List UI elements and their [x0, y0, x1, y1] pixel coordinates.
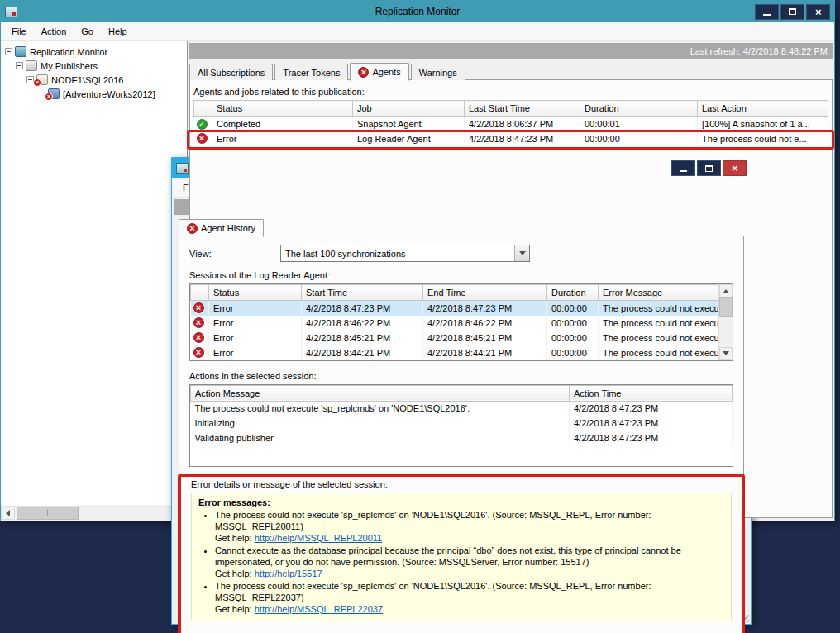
- tree-horizontal-scrollbar[interactable]: [1, 506, 187, 520]
- agents-table: Status Job Last Start Time Duration Last…: [193, 100, 828, 146]
- scroll-down-button[interactable]: [719, 347, 733, 360]
- status-icon-cell: [194, 117, 212, 131]
- column-header-error-message[interactable]: Error Message: [599, 285, 718, 301]
- tree-item-my-publishers[interactable]: My Publishers: [2, 59, 185, 73]
- session-row-2[interactable]: Error 4/2/2018 8:45:21 PM 4/2/2018 8:45:…: [191, 331, 718, 345]
- tree-expand-toggle[interactable]: [16, 62, 23, 69]
- column-header-last-action[interactable]: Last Action: [698, 101, 809, 117]
- cell-action-time: 4/2/2018 8:47:23 PM: [570, 401, 733, 416]
- status-icon-cell: [191, 316, 209, 331]
- cell-filler: [809, 117, 828, 131]
- publisher-tree: Replication Monitor My Publishers NODE1\…: [1, 41, 187, 104]
- action-row-2[interactable]: Validating publisher 4/2/2018 8:47:23 PM: [191, 431, 733, 445]
- column-header-icon[interactable]: [191, 285, 209, 301]
- column-header-status[interactable]: Status: [209, 285, 302, 301]
- error-message-item: The process could not execute 'sp_replcm…: [215, 580, 724, 615]
- error-badge-icon: [33, 79, 41, 87]
- cell-job: Snapshot Agent: [353, 117, 465, 131]
- status-icon-cell: [194, 131, 212, 146]
- sessions-scrollbar[interactable]: [718, 284, 733, 360]
- scroll-up-button[interactable]: [719, 284, 733, 297]
- dialog-minimize-button[interactable]: [671, 160, 695, 176]
- scrollbar-track[interactable]: [719, 297, 733, 347]
- menu-action[interactable]: Action: [34, 24, 74, 39]
- column-header-status[interactable]: Status: [212, 101, 353, 117]
- column-header-end-time[interactable]: End Time: [423, 285, 547, 301]
- tree-item-adventureworks2012[interactable]: [AdventureWorks2012]: [2, 87, 185, 101]
- tab-tracer-tokens[interactable]: Tracer Tokens: [274, 64, 348, 80]
- status-icon-cell: [191, 301, 209, 316]
- publication-error-icon: [48, 88, 60, 99]
- dropdown-arrow-button[interactable]: [514, 245, 529, 261]
- cell-error-message: The process could not execute '...: [599, 331, 718, 345]
- menu-go[interactable]: Go: [74, 24, 101, 39]
- get-help-label: Get help:: [215, 569, 255, 578]
- dialog-tabstrip: Agent History: [179, 219, 751, 236]
- column-header-action-message[interactable]: Action Message: [191, 385, 570, 401]
- status-icon-cell: [191, 331, 209, 345]
- agent-history-tabpage: View: The last 100 synchronizations Sess…: [179, 236, 744, 633]
- cell-error-message: The process could not execute '...: [599, 316, 718, 331]
- scrollbar-thumb[interactable]: [719, 297, 733, 317]
- scroll-left-button[interactable]: [1, 507, 15, 520]
- session-row-0[interactable]: Error 4/2/2018 8:47:23 PM 4/2/2018 8:47:…: [191, 301, 718, 316]
- dialog-window-controls: [671, 160, 747, 176]
- close-icon: [815, 7, 822, 17]
- menu-help[interactable]: Help: [101, 24, 135, 39]
- column-header-job[interactable]: Job: [353, 101, 465, 117]
- column-header-duration[interactable]: Duration: [580, 101, 698, 117]
- publication-tabstrip: All Subscriptions Tracer Tokens Agents W…: [189, 63, 834, 80]
- tab-all-subscriptions[interactable]: All Subscriptions: [189, 64, 273, 80]
- tab-warnings[interactable]: Warnings: [411, 64, 465, 80]
- action-row-1[interactable]: Initializing 4/2/2018 8:47:23 PM: [191, 416, 733, 431]
- agent-row-snapshot[interactable]: Completed Snapshot Agent 4/2/2018 8:06:3…: [194, 117, 828, 131]
- desktop: Replication Monitor File Action Go Help …: [0, 0, 840, 633]
- actions-table-header-row: Action Message Action Time: [191, 385, 733, 401]
- column-header-action-time[interactable]: Action Time: [570, 385, 733, 401]
- scrollbar-track[interactable]: [15, 507, 173, 520]
- help-link-msrepl20011[interactable]: http://help/MSSQL_REPL20011: [255, 533, 383, 543]
- minimize-button[interactable]: [755, 4, 779, 20]
- column-header-last-start-time[interactable]: Last Start Time: [465, 101, 580, 117]
- error-badge-icon: [45, 93, 53, 101]
- cell-status: Error: [209, 301, 302, 316]
- column-header-duration[interactable]: Duration: [547, 285, 599, 301]
- help-link-msrepl22037[interactable]: http://help/MSSQL_REPL22037: [255, 604, 383, 614]
- cell-duration: 00:00:00: [547, 301, 599, 316]
- main-titlebar[interactable]: Replication Monitor: [1, 1, 834, 22]
- sessions-table-header-row: Status Start Time End Time Duration Erro…: [191, 285, 718, 301]
- error-message-item: The process could not execute 'sp_replcm…: [215, 509, 724, 544]
- tab-label: Agent History: [201, 223, 255, 233]
- tab-label: Warnings: [419, 68, 457, 78]
- replication-monitor-app-icon: [5, 7, 17, 17]
- tree-item-replication-monitor[interactable]: Replication Monitor: [2, 45, 185, 59]
- publisher-tree-panel: Replication Monitor My Publishers NODE1\…: [1, 41, 188, 520]
- maximize-button[interactable]: [780, 4, 804, 20]
- error-icon: [197, 133, 208, 144]
- arrow-left-icon: [2, 510, 10, 516]
- tab-agent-history[interactable]: Agent History: [179, 219, 264, 237]
- error-icon: [193, 317, 204, 328]
- help-link-15517[interactable]: http://help/15517: [255, 569, 322, 578]
- success-icon: [197, 119, 208, 130]
- menu-file[interactable]: File: [4, 24, 34, 39]
- agents-table-header-row: Status Job Last Start Time Duration Last…: [194, 101, 828, 117]
- scrollbar-thumb[interactable]: [17, 507, 79, 520]
- cell-action-message: The process could not execute 'sp_replcm…: [191, 401, 570, 416]
- session-row-3[interactable]: Error 4/2/2018 8:44:21 PM 4/2/2018 8:44:…: [191, 345, 718, 360]
- tree-item-node1-sql2016[interactable]: NODE1\SQL2016: [2, 73, 185, 87]
- dialog-maximize-button[interactable]: [697, 160, 721, 176]
- cell-last-action: The process could not e...: [698, 131, 809, 146]
- close-button[interactable]: [806, 4, 830, 20]
- tree-expand-toggle[interactable]: [5, 48, 12, 55]
- tab-agents[interactable]: Agents: [350, 63, 408, 81]
- action-row-0[interactable]: The process could not execute 'sp_replcm…: [191, 401, 733, 416]
- cell-end-time: 4/2/2018 8:47:23 PM: [423, 301, 547, 316]
- minimize-icon: [763, 14, 771, 16]
- column-header-start-time[interactable]: Start Time: [302, 285, 423, 301]
- agent-row-log-reader[interactable]: Error Log Reader Agent 4/2/2018 8:47:23 …: [194, 131, 828, 146]
- session-row-1[interactable]: Error 4/2/2018 8:46:22 PM 4/2/2018 8:46:…: [191, 316, 718, 331]
- column-header-icon[interactable]: [194, 101, 212, 117]
- dialog-close-button[interactable]: [723, 160, 747, 176]
- view-dropdown[interactable]: The last 100 synchronizations: [280, 245, 530, 262]
